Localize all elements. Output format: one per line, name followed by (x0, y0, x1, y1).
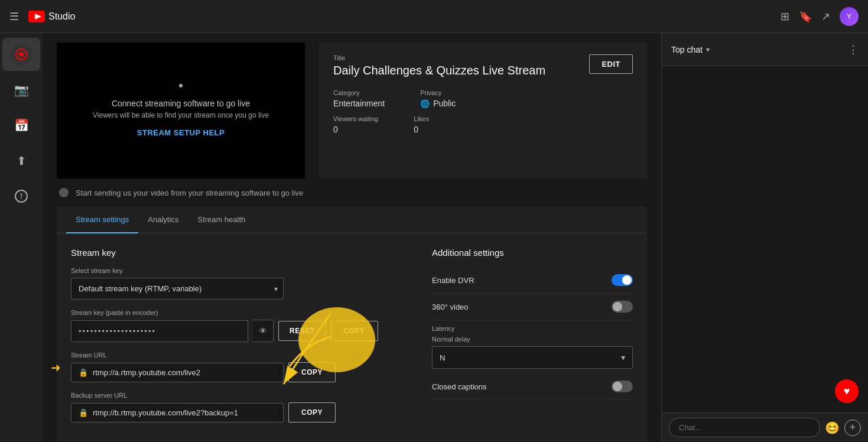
latency-label: Latency (432, 325, 633, 332)
top-nav: ☰ Studio ⊞ 🔖 ↗ Y (0, 0, 868, 33)
emoji-icon[interactable]: 😊 (825, 421, 840, 435)
chat-input-row: 😊 + (662, 412, 868, 442)
settings-panel: Stream key Select stream key Default str… (57, 233, 647, 442)
tab-stream-settings[interactable]: Stream settings (66, 207, 138, 233)
live-bar-text: Start sending us your video from your st… (76, 188, 303, 197)
category-label: Category (333, 89, 385, 96)
stream-key-input[interactable] (71, 320, 248, 342)
heart-button[interactable]: ♥ (835, 379, 859, 403)
category-value: Entertainment (333, 99, 385, 108)
tabs-container: Stream settings Analytics Stream health (57, 207, 647, 233)
latency-section: Latency Normal delay N ▾ (432, 325, 633, 369)
stream-url-group: Stream URL 🔒 rtmp://a.rtmp.youtube.com/l… (71, 352, 404, 382)
bookmark-icon[interactable]: 🔖 (799, 10, 812, 23)
content: Connect streaming software to go live Vi… (43, 33, 661, 442)
toggle-visibility-button[interactable]: 👁 (253, 320, 274, 342)
additional-settings: Additional settings Enable DVR 360° vide… (432, 248, 633, 432)
sidebar-item-alert[interactable]: ! (2, 180, 40, 213)
top-section: Connect streaming software to go live Vi… (57, 43, 647, 178)
backup-url-row: 🔒 rtmp://b.rtmp.youtube.com/live2?backup… (71, 402, 404, 422)
chat-more-icon[interactable]: ⋮ (848, 43, 859, 56)
key-input-row: 👁 RESET COPY (71, 320, 404, 342)
category-field: Category Entertainment (333, 89, 385, 108)
avatar[interactable]: Y (840, 7, 859, 26)
copy-stream-key-button[interactable]: COPY (331, 321, 378, 341)
stream-key-title: Stream key (71, 248, 404, 258)
copy-stream-url-button[interactable]: COPY (288, 362, 336, 382)
youtube-icon (28, 11, 45, 22)
likes-stat: Likes 0 (414, 115, 429, 134)
stream-url-label: Stream URL (71, 352, 404, 359)
video-360-row: 360° video (432, 294, 633, 320)
closed-captions-row: Closed captions (432, 373, 633, 400)
hamburger-icon[interactable]: ☰ (9, 10, 19, 23)
grid-icon[interactable]: ⊞ (781, 10, 789, 23)
alert-icon: ! (15, 190, 28, 203)
photo-icon: 📷 (14, 83, 29, 97)
chat-body: ♥ (662, 66, 868, 412)
sidebar-item-live[interactable] (2, 38, 40, 71)
add-reaction-button[interactable]: + (844, 420, 861, 436)
stream-url-field: 🔒 rtmp://a.rtmp.youtube.com/live2 (71, 363, 284, 382)
title-block: Title Daily Challenges & Quizzes Live St… (333, 54, 545, 77)
enable-dvr-toggle[interactable] (612, 274, 633, 286)
lock-icon-2: 🔒 (79, 408, 88, 417)
video-360-label: 360° video (432, 303, 469, 311)
share-icon[interactable]: ↗ (821, 10, 830, 23)
privacy-label: Privacy (420, 89, 456, 96)
viewers-label: Viewers waiting (333, 115, 378, 122)
info-row: Category Entertainment Privacy 🌐 Public (333, 89, 633, 108)
live-bar: Start sending us your video from your st… (57, 188, 647, 197)
privacy-value: 🌐 Public (420, 99, 456, 108)
copy-backup-url-button[interactable]: COPY (288, 402, 336, 422)
sidebar: 📷 📅 ⬆ ! (0, 33, 43, 442)
likes-label: Likes (414, 115, 429, 122)
sidebar-item-calendar[interactable]: 📅 (2, 109, 40, 142)
connect-text: Connect streaming software to go live (112, 97, 250, 110)
enable-dvr-row: Enable DVR (432, 267, 633, 294)
edit-button[interactable]: EDIT (589, 54, 633, 74)
select-stream-key-label: Select stream key (71, 267, 404, 274)
stream-key-field-group: Stream key (paste in encoder) 👁 RESET CO… (71, 309, 404, 342)
backup-url-value: rtmp://b.rtmp.youtube.com/live2?backup=1 (93, 408, 238, 417)
viewers-stat: Viewers waiting 0 (333, 115, 378, 134)
export-icon: ⬆ (17, 154, 27, 168)
stream-key-section: Stream key Select stream key Default str… (71, 248, 404, 432)
chat-header-left: Top chat ▾ (671, 45, 710, 54)
chat-title: Top chat (671, 45, 703, 54)
closed-captions-toggle[interactable] (612, 381, 633, 392)
tab-analytics[interactable]: Analytics (138, 207, 188, 233)
title-label: Title (333, 54, 545, 61)
main-layout: 📷 📅 ⬆ ! Connect streaming software to go… (0, 33, 868, 442)
info-header: Title Daily Challenges & Quizzes Live St… (333, 54, 633, 77)
preview-dot (179, 84, 183, 87)
reset-button[interactable]: RESET (278, 321, 326, 341)
public-icon: 🌐 (420, 99, 430, 108)
tab-stream-health[interactable]: Stream health (188, 207, 255, 233)
chat-chevron-icon[interactable]: ▾ (706, 46, 710, 54)
stream-setup-link[interactable]: STREAM SETUP HELP (137, 128, 225, 137)
video-360-toggle[interactable] (612, 301, 633, 313)
stream-info: Title Daily Challenges & Quizzes Live St… (319, 43, 647, 178)
nav-left: ☰ Studio (9, 10, 75, 23)
calendar-icon: 📅 (14, 118, 29, 132)
viewers-value: 0 (333, 125, 378, 134)
chat-input[interactable] (669, 418, 820, 437)
stream-url-value: rtmp://a.rtmp.youtube.com/live2 (93, 368, 200, 377)
sidebar-item-photo[interactable]: 📷 (2, 73, 40, 106)
live-dot-inner (19, 52, 24, 57)
select-stream-key-group: Select stream key Default stream key (RT… (71, 267, 404, 300)
additional-settings-title: Additional settings (432, 248, 633, 258)
stream-key-field-label: Stream key (paste in encoder) (71, 309, 404, 316)
yt-logo[interactable]: Studio (28, 11, 75, 22)
video-preview: Connect streaming software to go live Vi… (57, 43, 305, 178)
latency-dropdown[interactable]: N ▾ (432, 346, 633, 369)
live-toggle[interactable] (59, 188, 69, 197)
privacy-field: Privacy 🌐 Public (420, 89, 456, 108)
select-wrapper: Default stream key (RTMP, variable) ▾ (71, 278, 284, 300)
backup-url-label: Backup server URL (71, 392, 404, 399)
stream-key-select[interactable]: Default stream key (RTMP, variable) (71, 278, 284, 300)
sidebar-item-export[interactable]: ⬆ (2, 144, 40, 177)
chat-header: Top chat ▾ ⋮ (662, 33, 868, 66)
latency-delay-label: Normal delay (432, 336, 633, 343)
